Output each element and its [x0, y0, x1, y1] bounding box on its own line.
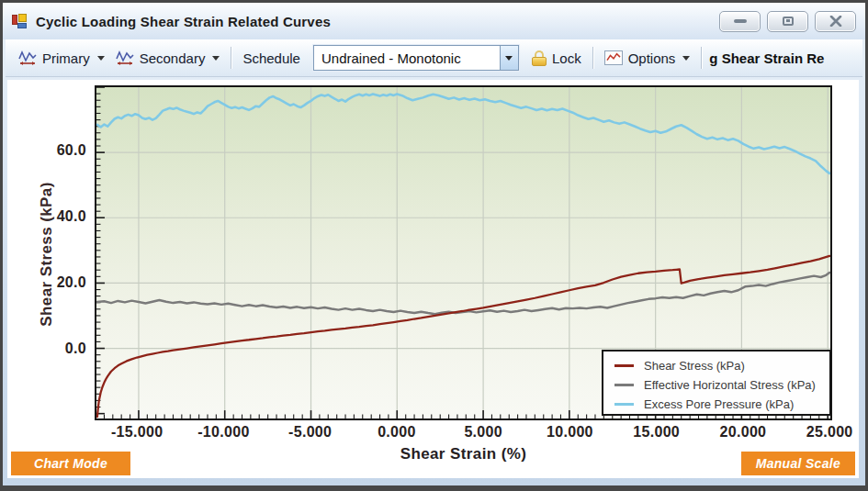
toolbar-separator: [592, 47, 593, 69]
app-window: Cyclic Loading Shear Strain Related Curv…: [0, 0, 868, 491]
close-icon: [829, 16, 842, 27]
titlebar: Cyclic Loading Shear Strain Related Curv…: [3, 3, 865, 39]
minimize-icon: [734, 19, 747, 23]
x-tick-label: 20.000: [702, 424, 784, 441]
legend-item: Excess Pore Pressure (kPa): [614, 395, 829, 414]
legend-label: Excess Pore Pressure (kPa): [644, 397, 794, 411]
chart-legend: Shear Stress (kPa)Effective Horizontal S…: [602, 350, 831, 416]
primary-label: Primary: [42, 50, 90, 66]
truncated-toolbar-label: g Shear Strain Re: [707, 50, 824, 66]
toolbar-separator: [701, 47, 702, 69]
primary-button[interactable]: Primary: [13, 47, 110, 70]
lock-button[interactable]: Lock: [526, 47, 587, 70]
test-mode-value: Undrained - Monotonic: [314, 46, 500, 70]
y-tick-label: 0.0: [7, 340, 86, 357]
legend-label: Shear Stress (kPa): [644, 359, 745, 373]
secondary-caret-icon: [212, 56, 220, 61]
x-tick-label: 25.000: [788, 424, 859, 441]
x-tick-label: 15.000: [615, 424, 698, 441]
window-controls: [719, 11, 856, 32]
options-label: Options: [628, 50, 676, 66]
legend-line-swatch: [614, 364, 634, 367]
x-tick-label: -15.000: [96, 424, 178, 441]
test-mode-select[interactable]: Undrained - Monotonic: [313, 45, 519, 71]
x-tick-label: -5.000: [269, 424, 352, 441]
combobox-caret-icon: [505, 56, 513, 61]
toolbar-separator: [231, 47, 231, 69]
app-icon: [12, 14, 28, 28]
primary-caret-icon: [97, 56, 105, 61]
legend-item: Effective Horizontal Stress (kPa): [614, 375, 829, 395]
x-tick-label: 5.000: [442, 424, 524, 441]
schedule-button[interactable]: Schedule: [237, 47, 306, 70]
y-tick-label: 20.0: [7, 274, 86, 291]
x-tick-label: 10.000: [528, 424, 611, 441]
chart-mode-button[interactable]: Chart Mode: [11, 452, 130, 475]
manual-scale-button[interactable]: Manual Scale: [741, 452, 855, 475]
maximize-button[interactable]: [767, 11, 808, 32]
x-tick-label: -10.000: [182, 424, 265, 441]
window-title: Cyclic Loading Shear Strain Related Curv…: [36, 14, 331, 29]
app-icon-blue-bar: [17, 23, 27, 28]
plot-area[interactable]: Shear Stress (kPa)Effective Horizontal S…: [95, 85, 832, 420]
secondary-label: Secondary: [140, 50, 206, 66]
legend-line-swatch: [614, 384, 634, 386]
lock-icon: [532, 50, 547, 66]
legend-label: Effective Horizontal Stress (kPa): [644, 378, 816, 392]
app-icon-yellow-square: [18, 14, 27, 22]
y-axis-title: Shear Stress (kPa): [38, 182, 56, 326]
toolbar: Primary Secondary Schedule Undrained - M…: [6, 39, 862, 77]
lock-label: Lock: [552, 50, 581, 66]
x-tick-label: 0.000: [355, 424, 438, 441]
secondary-button[interactable]: Secondary: [110, 47, 226, 70]
combobox-dropdown-button[interactable]: [500, 46, 518, 70]
options-caret-icon: [682, 56, 690, 61]
options-button[interactable]: Options: [599, 47, 696, 70]
legend-line-swatch: [614, 403, 634, 406]
minimize-button[interactable]: [719, 11, 761, 32]
legend-item: Shear Stress (kPa): [614, 356, 829, 375]
y-tick-label: 60.0: [7, 142, 86, 159]
chart-panel: Shear Stress (kPa) Shear Stress (kPa)Eff…: [7, 80, 859, 478]
close-button[interactable]: [815, 11, 856, 32]
primary-curve-icon: [18, 50, 37, 66]
secondary-curve-icon: [116, 50, 134, 66]
x-axis-title: Shear Strain (%): [95, 445, 832, 463]
y-tick-label: 40.0: [7, 208, 86, 225]
schedule-label: Schedule: [242, 50, 300, 66]
options-chart-icon: [604, 50, 623, 65]
maximize-icon: [783, 17, 794, 26]
